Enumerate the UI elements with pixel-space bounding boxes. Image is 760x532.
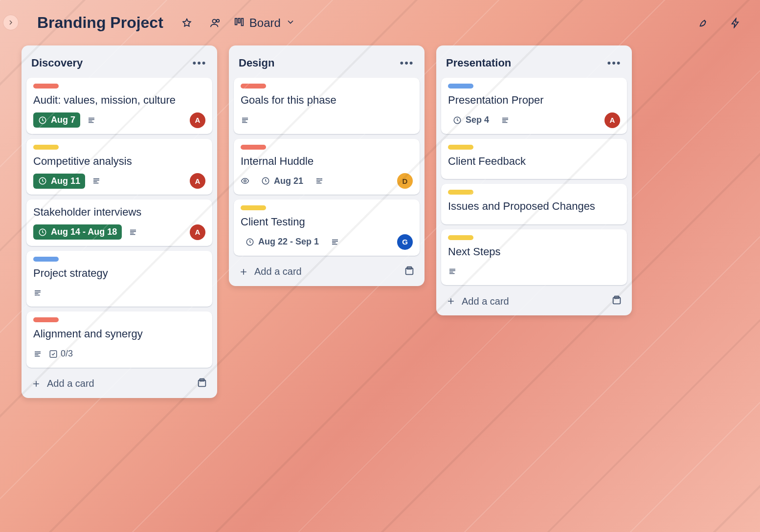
card-footer: 0/3	[33, 346, 205, 362]
card[interactable]: Issues and Proposed Changes	[441, 184, 627, 224]
card[interactable]: Stakeholder interviewsAug 14 - Aug 18A	[26, 200, 212, 246]
list: Design•••Goals for this phaseInternal Hu…	[229, 45, 425, 286]
card-label[interactable]	[33, 84, 59, 89]
card[interactable]: Alignment and synergy0/3	[26, 311, 212, 368]
automation-button[interactable]	[726, 13, 745, 33]
member-avatar[interactable]: G	[397, 234, 413, 250]
card-footer	[33, 285, 205, 301]
card-label[interactable]	[33, 257, 59, 262]
card-footer	[241, 112, 413, 128]
description-icon	[501, 116, 510, 125]
card-footer: Aug 7A	[33, 112, 205, 128]
view-switcher[interactable]: Board	[234, 16, 295, 30]
card-label[interactable]	[448, 235, 473, 240]
card-label[interactable]	[448, 190, 473, 195]
member-avatar[interactable]: A	[190, 224, 205, 240]
list: Presentation•••Presentation ProperSep 4A…	[436, 45, 632, 315]
list-title[interactable]: Discovery	[31, 57, 83, 69]
svg-point-11	[244, 180, 246, 182]
description-icon	[33, 288, 42, 297]
description-icon	[87, 116, 96, 125]
card[interactable]: Presentation ProperSep 4A	[441, 78, 627, 134]
card-label[interactable]	[33, 145, 59, 150]
card-title: Competitive analysis	[33, 155, 205, 169]
card-label[interactable]	[241, 145, 266, 150]
watch-icon	[241, 177, 249, 185]
due-date-badge[interactable]: Aug 21	[256, 174, 308, 189]
card[interactable]: Competitive analysisAug 11A	[26, 139, 212, 195]
list-menu-button[interactable]: •••	[399, 55, 415, 71]
card[interactable]: Next Steps	[441, 229, 627, 286]
card-title: Stakeholder interviews	[33, 205, 205, 220]
card-title: Presentation Proper	[448, 93, 620, 108]
description-icon	[129, 228, 137, 237]
card-label[interactable]	[448, 145, 473, 150]
card-footer: Aug 14 - Aug 18A	[33, 224, 205, 240]
description-icon	[33, 350, 42, 358]
card-title: Goals for this phase	[241, 93, 413, 108]
card-label[interactable]	[241, 84, 266, 89]
board-header: Branding Project Board	[0, 0, 760, 45]
card[interactable]: Client Feedback	[441, 139, 627, 179]
checklist-badge[interactable]: 0/3	[49, 349, 73, 359]
card-title: Client Feedback	[448, 155, 620, 169]
svg-rect-2	[235, 18, 237, 24]
description-icon	[315, 177, 324, 185]
member-avatar[interactable]: A	[190, 112, 205, 128]
card[interactable]: Audit: values, mission, cultureAug 7A	[26, 78, 212, 134]
svg-rect-3	[238, 18, 240, 22]
board-title[interactable]: Branding Project	[32, 12, 168, 34]
card-template-button[interactable]	[404, 266, 415, 278]
svg-rect-8	[50, 351, 57, 357]
list-title[interactable]: Presentation	[446, 57, 511, 69]
card[interactable]: Client TestingAug 22 - Sep 1G	[234, 200, 420, 256]
view-label: Board	[249, 16, 281, 30]
rocket-button[interactable]	[693, 13, 713, 33]
card-title: Client Testing	[241, 215, 413, 229]
svg-rect-4	[241, 18, 243, 25]
list-menu-button[interactable]: •••	[606, 55, 622, 71]
card-label[interactable]	[241, 205, 266, 210]
sidebar-toggle[interactable]	[3, 15, 19, 30]
list: Discovery•••Audit: values, mission, cult…	[22, 45, 217, 398]
list-title[interactable]: Design	[239, 57, 274, 69]
add-card-button[interactable]: Add a card	[31, 378, 94, 389]
description-icon	[241, 116, 249, 125]
svg-point-1	[217, 19, 220, 22]
card-footer: Aug 22 - Sep 1G	[241, 234, 413, 250]
card-title: Audit: values, mission, culture	[33, 93, 205, 108]
card-footer	[448, 264, 620, 279]
due-date-badge[interactable]: Aug 7	[33, 112, 80, 128]
list-menu-button[interactable]: •••	[192, 55, 207, 71]
board-view-icon	[234, 17, 245, 29]
board: Discovery•••Audit: values, mission, cult…	[0, 45, 760, 398]
member-avatar[interactable]: D	[397, 173, 413, 189]
add-card-button[interactable]: Add a card	[446, 296, 509, 307]
card-title: Project strategy	[33, 266, 205, 281]
card-title: Issues and Proposed Changes	[448, 200, 620, 214]
star-button[interactable]	[177, 13, 197, 33]
svg-point-0	[212, 19, 216, 22]
card[interactable]: Project strategy	[26, 251, 212, 307]
chevron-down-icon	[286, 17, 295, 29]
card-title: Internal Huddle	[241, 155, 413, 169]
description-icon	[92, 177, 101, 185]
card-template-button[interactable]	[197, 377, 207, 390]
card-template-button[interactable]	[611, 295, 622, 308]
members-button[interactable]	[205, 13, 225, 33]
member-avatar[interactable]: A	[190, 173, 205, 189]
due-date-badge[interactable]: Aug 14 - Aug 18	[33, 224, 122, 240]
card-label[interactable]	[33, 317, 59, 322]
card[interactable]: Goals for this phase	[234, 78, 420, 134]
card-footer: Aug 11A	[33, 173, 205, 189]
card[interactable]: Internal HuddleAug 21D	[234, 139, 420, 195]
due-date-badge[interactable]: Aug 22 - Sep 1	[241, 234, 324, 249]
due-date-badge[interactable]: Aug 11	[33, 174, 85, 189]
card-label[interactable]	[448, 84, 473, 89]
member-avatar[interactable]: A	[604, 112, 620, 128]
add-card-button[interactable]: Add a card	[239, 266, 302, 277]
card-title: Alignment and synergy	[33, 327, 205, 341]
due-date-badge[interactable]: Sep 4	[448, 112, 494, 128]
card-title: Next Steps	[448, 245, 620, 259]
card-footer: Sep 4A	[448, 112, 620, 128]
